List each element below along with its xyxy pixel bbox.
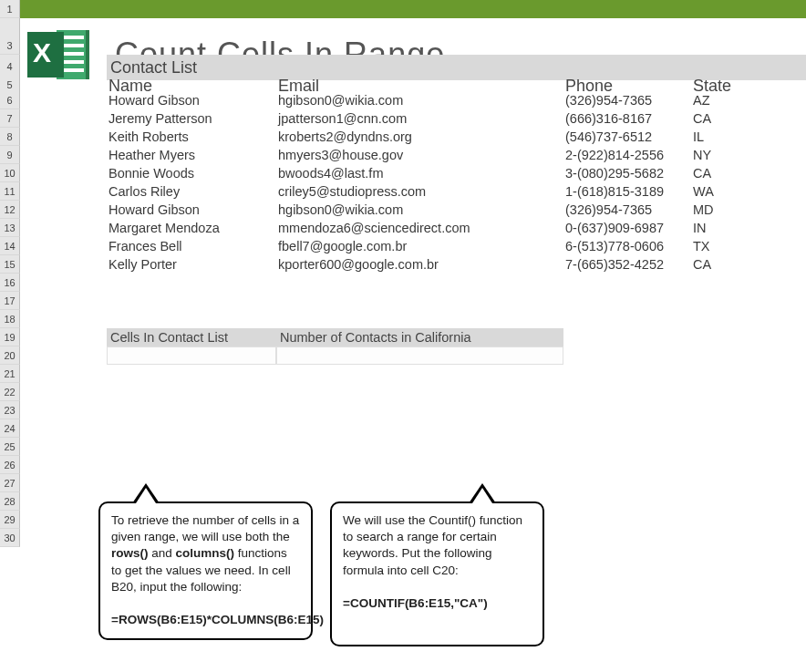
- contact-email[interactable]: mmendoza6@sciencedirect.com: [276, 219, 563, 237]
- row-header[interactable]: 28: [0, 492, 20, 511]
- cell-blank[interactable]: [563, 328, 806, 346]
- cell-blank[interactable]: [20, 109, 107, 128]
- row-header[interactable]: 8: [0, 128, 20, 146]
- row-header[interactable]: 17: [0, 292, 20, 310]
- contact-email[interactable]: criley5@studiopress.com: [276, 182, 563, 201]
- contact-phone[interactable]: 7-(665)352-4252: [563, 255, 691, 274]
- contact-state[interactable]: IN: [691, 219, 806, 237]
- contact-state[interactable]: IL: [691, 128, 806, 146]
- spreadsheet-grid: 1 2 X Count Cells In Range 3 4 Contact L…: [0, 0, 806, 547]
- cell-blank[interactable]: [20, 146, 107, 164]
- row-header[interactable]: 10: [0, 164, 20, 182]
- row-header[interactable]: 18: [0, 310, 20, 328]
- cell-blank[interactable]: [20, 91, 107, 109]
- contact-email[interactable]: kporter600@google.com.br: [276, 255, 563, 274]
- contact-email[interactable]: hmyers3@house.gov: [276, 146, 563, 164]
- row-header[interactable]: 20: [0, 346, 20, 365]
- row-header[interactable]: 7: [0, 109, 20, 128]
- cell-blank[interactable]: [20, 328, 107, 346]
- cell-blank[interactable]: [20, 219, 107, 237]
- row-header[interactable]: 6: [0, 91, 20, 109]
- contact-phone[interactable]: (326)954-7365: [563, 91, 691, 109]
- label-contacts-in-ca: Number of Contacts in California: [276, 328, 563, 346]
- row-header[interactable]: 22: [0, 383, 20, 401]
- contact-name[interactable]: Heather Myers: [107, 146, 276, 164]
- contact-phone[interactable]: 2-(922)814-2556: [563, 146, 691, 164]
- cell-c20[interactable]: [276, 346, 563, 365]
- contact-name[interactable]: Keith Roberts: [107, 128, 276, 146]
- row-header[interactable]: 9: [0, 146, 20, 164]
- contact-email[interactable]: jpatterson1@cnn.com: [276, 109, 563, 128]
- contact-phone[interactable]: (546)737-6512: [563, 128, 691, 146]
- cell-b20[interactable]: [107, 346, 276, 365]
- callout-bold: columns(): [176, 546, 235, 547]
- cell-blank[interactable]: [20, 401, 806, 419]
- contact-state[interactable]: NY: [691, 146, 806, 164]
- row-header[interactable]: 21: [0, 365, 20, 383]
- row-header[interactable]: 29: [0, 511, 20, 529]
- cell-blank[interactable]: [20, 383, 806, 401]
- row-header[interactable]: 12: [0, 201, 20, 219]
- cell-blank[interactable]: [20, 456, 806, 474]
- cell-blank[interactable]: [20, 237, 107, 255]
- contact-email[interactable]: hgibson0@wikia.com: [276, 91, 563, 109]
- cell-blank[interactable]: [20, 365, 806, 383]
- contact-name[interactable]: Carlos Riley: [107, 182, 276, 201]
- contact-name[interactable]: Howard Gibson: [107, 201, 276, 219]
- row-header[interactable]: 19: [0, 328, 20, 346]
- row-header[interactable]: 15: [0, 255, 20, 274]
- cell-blank[interactable]: [563, 346, 806, 365]
- contact-name[interactable]: Kelly Porter: [107, 255, 276, 274]
- contact-email[interactable]: fbell7@google.com.br: [276, 237, 563, 255]
- cell-blank[interactable]: [20, 182, 107, 201]
- excel-icon: X: [27, 28, 89, 81]
- cell-blank[interactable]: [20, 128, 107, 146]
- contact-phone[interactable]: 1-(618)815-3189: [563, 182, 691, 201]
- contact-name[interactable]: Jeremy Patterson: [107, 109, 276, 128]
- contact-phone[interactable]: 3-(080)295-5682: [563, 164, 691, 182]
- callout-text: To retrieve the number of cells in a giv…: [111, 513, 299, 543]
- contact-name[interactable]: Bonnie Woods: [107, 164, 276, 182]
- cell-blank[interactable]: [20, 438, 806, 456]
- contact-state[interactable]: TX: [691, 237, 806, 255]
- row-header[interactable]: 26: [0, 456, 20, 474]
- row-header[interactable]: 23: [0, 401, 20, 419]
- row-header[interactable]: 13: [0, 219, 20, 237]
- row-header[interactable]: 27: [0, 474, 20, 492]
- row-header[interactable]: 16: [0, 274, 20, 292]
- cell-blank[interactable]: [20, 164, 107, 182]
- contact-phone[interactable]: 6-(513)778-0606: [563, 237, 691, 255]
- cell-blank[interactable]: [20, 310, 806, 328]
- contact-name[interactable]: Margaret Mendoza: [107, 219, 276, 237]
- contact-phone[interactable]: (326)954-7365: [563, 201, 691, 219]
- contact-name[interactable]: Frances Bell: [107, 237, 276, 255]
- contact-email[interactable]: kroberts2@dyndns.org: [276, 128, 563, 146]
- row-header[interactable]: 11: [0, 182, 20, 201]
- cell-blank[interactable]: [20, 346, 107, 365]
- cell-blank[interactable]: [20, 292, 806, 310]
- contact-state[interactable]: CA: [691, 109, 806, 128]
- contact-name[interactable]: Howard Gibson: [107, 91, 276, 109]
- cell-blank[interactable]: [20, 36, 806, 55]
- cell-blank[interactable]: [20, 419, 806, 438]
- row-header[interactable]: 30: [0, 529, 20, 547]
- contact-phone[interactable]: 0-(637)909-6987: [563, 219, 691, 237]
- callout-text: We will use the Countif() function to se…: [343, 513, 522, 547]
- contact-state[interactable]: WA: [691, 182, 806, 201]
- callout-rows-columns: To retrieve the number of cells in a giv…: [98, 501, 313, 547]
- row-header[interactable]: 14: [0, 237, 20, 255]
- row-header[interactable]: 25: [0, 438, 20, 456]
- contact-state[interactable]: MD: [691, 201, 806, 219]
- row-header[interactable]: 1: [0, 0, 20, 18]
- contact-state[interactable]: CA: [691, 255, 806, 274]
- row-header[interactable]: 24: [0, 419, 20, 438]
- row-header[interactable]: 3: [0, 36, 20, 55]
- contact-state[interactable]: AZ: [691, 91, 806, 109]
- contact-email[interactable]: hgibson0@wikia.com: [276, 201, 563, 219]
- contact-email[interactable]: bwoods4@last.fm: [276, 164, 563, 182]
- cell-blank[interactable]: [20, 255, 107, 274]
- cell-blank[interactable]: [20, 201, 107, 219]
- contact-phone[interactable]: (666)316-8167: [563, 109, 691, 128]
- contact-state[interactable]: CA: [691, 164, 806, 182]
- cell-blank[interactable]: [20, 274, 806, 292]
